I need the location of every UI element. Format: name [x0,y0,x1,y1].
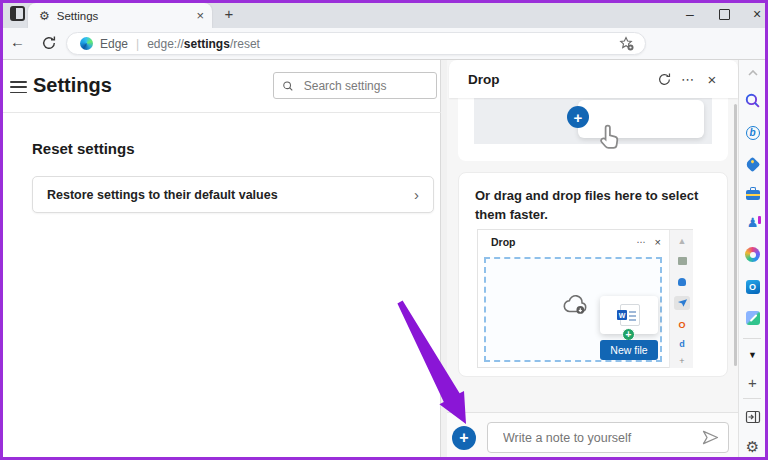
drop-panel-header: Drop ⋯ × [449,60,738,98]
add-file-button[interactable]: + [452,426,476,450]
word-logo: W [617,310,627,320]
sidebar-shopping-button[interactable] [742,154,763,175]
tab-settings[interactable]: ⚙ Settings × [28,3,212,28]
back-button[interactable]: ← [10,33,25,50]
outlook-icon: O [746,280,760,294]
new-tab-button[interactable]: + [220,5,238,23]
sidebar-search-button[interactable] [742,90,763,111]
sync-icon [657,72,672,87]
refresh-button[interactable] [41,35,57,55]
settings-search-input[interactable] [302,78,428,94]
toolbox-icon [746,190,760,200]
cloud-upload-icon [562,294,590,315]
restore-settings-row[interactable]: Restore settings to their default values… [32,176,434,213]
new-file-badge: New file [600,340,658,360]
send-icon[interactable] [701,429,720,446]
sidebar-panel-toggle-button[interactable] [742,406,763,427]
maximize-button[interactable] [709,0,739,28]
section-heading: Reset settings [32,140,135,157]
tab-title: Settings [57,10,197,22]
url-emphasis: settings [184,37,230,51]
sync-button[interactable] [652,67,676,91]
sidebar-add-button[interactable]: + [742,372,763,393]
sidebar-plus-icon: + [748,374,757,391]
drag-drop-text: Or drag and drop files here to select th… [475,186,715,224]
tab-gear-icon: ⚙ [39,10,50,22]
sidebar-divider-2 [743,398,761,399]
note-input[interactable] [501,430,701,446]
address-engine-label: Edge [100,37,128,51]
browser-window: ⚙ Settings × + – × ← Edge | edge://setti… [0,0,768,460]
sidebar-bing-chat-button[interactable]: b [742,122,763,143]
star-gear-icon [619,36,635,52]
address-divider: | [136,37,139,51]
divider [0,112,441,113]
illustration-plus-icon: + [567,106,589,128]
bing-chat-icon: b [746,126,760,140]
mini-drop-header: Drop ⋯ × [478,230,669,254]
panel-more-options-button[interactable]: ⋯ [676,67,700,91]
sidebar-settings-button[interactable]: ⚙ [742,436,763,457]
mini-icon-drop-selected [674,296,690,310]
chevron-right-icon: › [414,186,419,203]
mini-icon-office: O [674,318,690,332]
panel-close-button[interactable]: × [700,67,724,91]
address-bar[interactable]: Edge | edge://settings/reset [66,32,646,55]
sidebar-gear-icon: ⚙ [746,439,759,454]
minimize-button[interactable]: – [675,0,705,28]
page-title: Settings [33,74,112,97]
sidebar-outlook-button[interactable]: O [742,276,763,297]
favorite-this-page-button[interactable] [619,36,635,52]
panel-scrollbar[interactable] [734,104,737,366]
drop-illustration: + [474,98,712,144]
drag-drop-card: Or drag and drop files here to select th… [458,172,728,377]
illustration-composer-box: + [578,100,704,138]
mini-close-icon: × [655,236,661,248]
search-icon [282,79,294,93]
sidebar-games-button[interactable]: ♟ [742,212,763,233]
sidebar-more-apps-button[interactable]: ▼ [742,344,763,365]
mini-sidebar: ▲ O d + [669,230,693,368]
word-file-icon: W [620,304,640,326]
mini-more-icon: ⋯ [637,237,647,247]
edge-sidebar: b ♟ O ▼ + ⚙ [738,60,765,457]
mini-icon-arrow: ▲ [674,234,690,248]
drop-screenshot: Drop ⋯ × W + [477,229,693,368]
close-window-button[interactable]: × [742,0,768,28]
tab-close-icon[interactable]: × [196,9,204,22]
games-pawn-icon: ♟ [747,216,759,229]
maximize-icon [719,9,730,20]
sidebar-divider [743,338,761,339]
mini-drop-title: Drop [491,236,637,248]
url-prefix: edge:// [147,37,184,51]
mini-icon-image [674,254,690,268]
panel-toggle-icon [745,409,761,425]
caret-down-icon: ▼ [748,350,757,360]
hand-cursor-icon [600,124,622,150]
browser-toolbar: ← Edge | edge://settings/reset [0,28,768,60]
settings-search-box[interactable] [273,72,437,99]
microsoft-365-icon [745,247,760,262]
settings-page: Settings Reset settings Restore settings… [0,60,441,457]
settings-menu-icon[interactable] [10,81,27,94]
sidebar-search-icon [744,92,761,109]
mini-icon-blue-app: d [674,337,690,351]
url-suffix: /reset [230,37,260,51]
drop-panel: Drop ⋯ × + [447,60,738,457]
refresh-icon [41,35,57,51]
edge-logo-icon [80,37,93,50]
note-composer: + [447,412,738,457]
shopping-tag-icon [745,157,761,173]
sidebar-designer-button[interactable] [742,307,763,328]
drop-panel-title: Drop [468,72,652,87]
sidebar-m365-button[interactable] [742,244,763,265]
tab-actions-icon[interactable] [10,6,25,21]
sidebar-scroll-up-icon[interactable] [742,62,763,83]
drop-intro-card: + [458,98,728,161]
mini-icon-person [674,275,690,289]
sidebar-tools-button[interactable] [742,184,763,205]
tab-bar: ⚙ Settings × + – × [0,0,768,28]
restore-settings-label: Restore settings to their default values [47,188,414,202]
note-input-box[interactable] [487,422,729,453]
mini-icon-plus: + [674,354,690,368]
